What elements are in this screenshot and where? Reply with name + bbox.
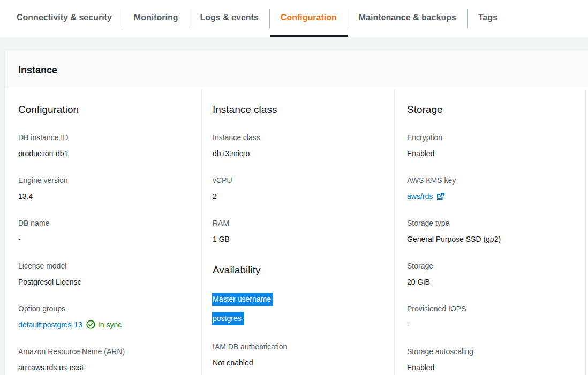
column-title-storage: Storage: [407, 103, 575, 116]
field-engine-version: Engine version 13.4: [18, 175, 191, 202]
field-value: db.t3.micro: [213, 148, 383, 159]
field-label: License model: [18, 261, 191, 271]
field-label: Engine version: [18, 175, 191, 186]
selected-text: postgres: [212, 312, 244, 325]
field-label: Amazon Resource Name (ARN): [18, 346, 191, 357]
field-storage-autoscaling: Storage autoscaling Enabled: [407, 346, 575, 373]
option-group-status: In sync: [98, 320, 122, 329]
field-storage-type: Storage type General Purpose SSD (gp2): [407, 218, 575, 244]
field-provisioned-iops: Provisioned IOPS -: [407, 303, 575, 330]
field-label: Storage autoscaling: [407, 346, 575, 357]
field-label: Option groups: [18, 303, 191, 314]
column-title-availability: Availability: [213, 264, 383, 277]
field-value: 13.4: [18, 191, 191, 202]
field-value: -: [18, 234, 191, 244]
field-value: 2: [213, 191, 383, 202]
tab-label: Maintenance & backups: [359, 13, 456, 22]
field-iam-db-auth: IAM DB authentication Not enabled: [213, 341, 383, 368]
field-value: 20 GiB: [407, 277, 575, 287]
field-value: Enabled: [407, 148, 575, 159]
field-label: DB instance ID: [18, 132, 191, 143]
field-db-instance-id: DB instance ID production-db1: [18, 132, 191, 159]
tab-label: Configuration: [281, 13, 337, 22]
cropped-fourth-column: [585, 89, 588, 375]
tab-maintenance-backups[interactable]: Maintenance & backups: [348, 0, 467, 37]
field-label: RAM: [213, 218, 383, 228]
field-value: General Purpose SSD (gp2): [407, 234, 575, 244]
field-db-name: DB name -: [18, 218, 191, 244]
field-label: DB name: [18, 218, 191, 228]
tab-configuration[interactable]: Configuration: [270, 0, 348, 37]
tab-label: Monitoring: [134, 13, 178, 22]
tab-logs-events[interactable]: Logs & events: [189, 0, 269, 37]
field-label: Provisioned IOPS: [407, 303, 575, 314]
field-value: 1 GB: [213, 234, 383, 244]
column-title-configuration: Configuration: [18, 103, 191, 116]
field-label: AWS KMS key: [407, 175, 575, 186]
field-aws-kms-key: AWS KMS key aws/rds: [407, 175, 575, 202]
field-label: Encryption: [407, 132, 575, 143]
field-license-model: License model Postgresql License: [18, 261, 191, 287]
tab-label: Tags: [478, 13, 497, 22]
option-group-link[interactable]: default:postgres-13: [18, 320, 82, 329]
field-master-username: Master username postgres: [213, 293, 383, 325]
field-ram: RAM 1 GB: [213, 218, 383, 244]
instance-panel-header: Instance: [5, 51, 588, 89]
detail-tabs: Connectivity & security Monitoring Logs …: [0, 0, 588, 37]
field-label: vCPU: [213, 175, 383, 186]
tab-connectivity-security[interactable]: Connectivity & security: [6, 0, 123, 37]
instance-panel: Instance Configuration DB instance ID pr…: [4, 51, 588, 375]
field-value: arn:aws:rds:us-east-: [18, 362, 191, 373]
external-link-icon[interactable]: [436, 192, 444, 201]
kms-key-link[interactable]: aws/rds: [407, 192, 433, 201]
field-value: -: [407, 319, 575, 330]
field-option-groups: Option groups default:postgres-13In sync: [18, 303, 191, 330]
instance-class-column: Instance class Instance class db.t3.micr…: [201, 89, 394, 375]
configuration-column: Configuration DB instance ID production-…: [5, 89, 201, 375]
field-label: IAM DB authentication: [213, 341, 383, 352]
field-encryption: Encryption Enabled: [407, 132, 575, 159]
panel-title: Instance: [18, 65, 588, 76]
tab-monitoring[interactable]: Monitoring: [123, 0, 189, 37]
check-circle-icon: [86, 320, 95, 329]
field-label: Instance class: [213, 132, 383, 143]
field-value: Not enabled: [213, 357, 383, 368]
field-storage-size: Storage 20 GiB: [407, 261, 575, 287]
field-label: Storage type: [407, 218, 575, 228]
tab-tags[interactable]: Tags: [468, 0, 508, 37]
column-title-instance-class: Instance class: [213, 103, 383, 116]
field-value: Postgresql License: [18, 277, 191, 287]
selected-text: Master username: [212, 293, 273, 306]
field-arn: Amazon Resource Name (ARN) arn:aws:rds:u…: [18, 346, 191, 373]
field-vcpu: vCPU 2: [213, 175, 383, 202]
field-instance-class: Instance class db.t3.micro: [213, 132, 383, 159]
field-label: Storage: [407, 261, 575, 271]
instance-panel-body: Configuration DB instance ID production-…: [5, 89, 588, 375]
field-value: production-db1: [18, 148, 191, 159]
storage-column: Storage Encryption Enabled AWS KMS key a…: [394, 89, 585, 375]
tab-label: Connectivity & security: [17, 13, 112, 22]
field-value: Enabled: [407, 362, 575, 373]
tab-label: Logs & events: [200, 13, 258, 22]
